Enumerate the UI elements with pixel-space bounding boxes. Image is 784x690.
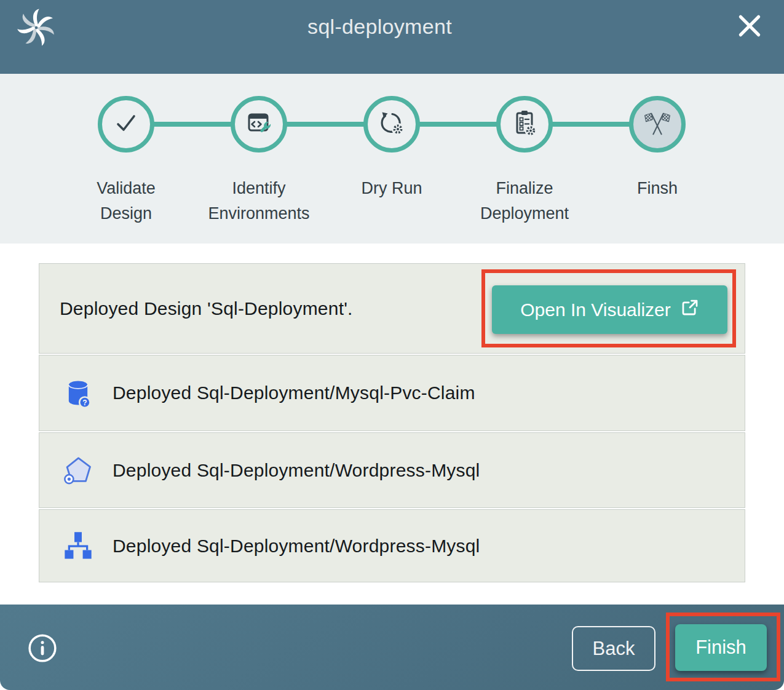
result-row-pvc: ? Deployed Sql-Deployment/Mysql-Pvc-Clai…: [39, 355, 745, 431]
modal-header: sql-deployment: [0, 0, 784, 74]
deployment-tree-icon: [62, 530, 94, 562]
step-label-finsh: Finsh: [602, 176, 713, 201]
deployment-stepper: Validate Design Identify Environments Dr…: [0, 74, 784, 244]
step-identify-environments[interactable]: [231, 96, 287, 153]
sync-gear-icon: [377, 108, 406, 140]
code-window-wrench-icon: [244, 108, 274, 140]
step-finsh[interactable]: [629, 96, 686, 153]
step-label-dry-run: Dry Run: [336, 176, 447, 201]
result-item-text: Deployed Sql-Deployment/Wordpress-Mysql: [113, 536, 480, 557]
info-icon[interactable]: [27, 633, 58, 664]
modal-title: sql-deployment: [0, 0, 759, 53]
step-label-identify-environments: Identify Environments: [204, 176, 314, 226]
step-dry-run[interactable]: [363, 96, 420, 153]
modal-footer: Back Finish: [0, 605, 784, 690]
result-row-deployment: Deployed Sql-Deployment/Wordpress-Mysql: [39, 509, 745, 582]
finish-button[interactable]: Finish: [675, 624, 767, 671]
svg-text:?: ?: [82, 399, 87, 407]
result-item-text: Deployed Sql-Deployment/Wordpress-Mysql: [113, 460, 480, 481]
result-item-text: Deployed Sql-Deployment/Mysql-Pvc-Claim: [113, 383, 475, 403]
service-shape-icon: [62, 454, 94, 486]
back-button[interactable]: Back: [572, 626, 655, 671]
step-validate-design[interactable]: [98, 96, 154, 153]
persistent-volume-claim-icon: ?: [62, 377, 94, 409]
deployment-summary-text: Deployed Design 'Sql-Deployment'.: [60, 298, 353, 319]
open-in-new-icon: [681, 298, 699, 321]
open-in-visualizer-button[interactable]: Open In Visualizer: [492, 285, 727, 334]
step-finalize-deployment[interactable]: [496, 96, 553, 153]
step-label-finalize-deployment: Finalize Deployment: [469, 176, 580, 226]
step-label-validate-design: Validate Design: [71, 176, 181, 226]
clipboard-gear-icon: [510, 108, 539, 140]
check-icon: [111, 108, 141, 140]
checkered-flags-icon: [643, 108, 672, 140]
open-in-visualizer-label: Open In Visualizer: [520, 299, 671, 320]
close-icon[interactable]: [735, 11, 764, 41]
result-row-service: Deployed Sql-Deployment/Wordpress-Mysql: [39, 432, 745, 508]
deployment-wizard-modal: sql-deployment: [0, 0, 784, 690]
